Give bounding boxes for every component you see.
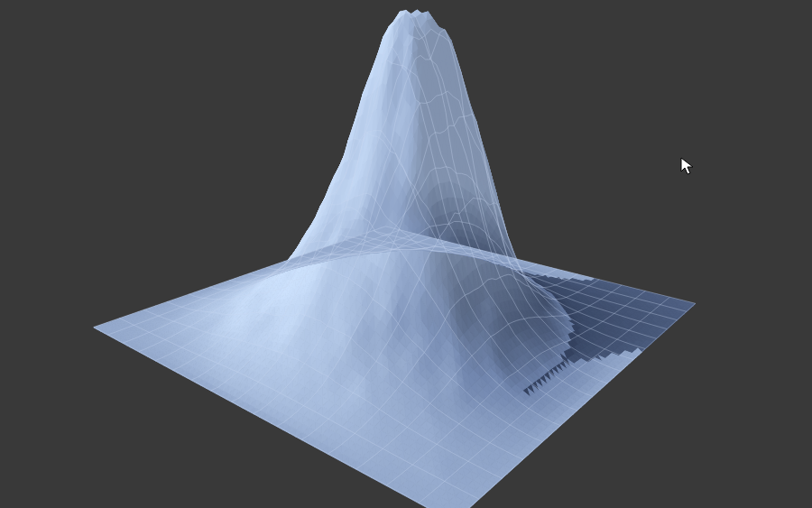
viewport-3d[interactable] xyxy=(0,0,812,508)
